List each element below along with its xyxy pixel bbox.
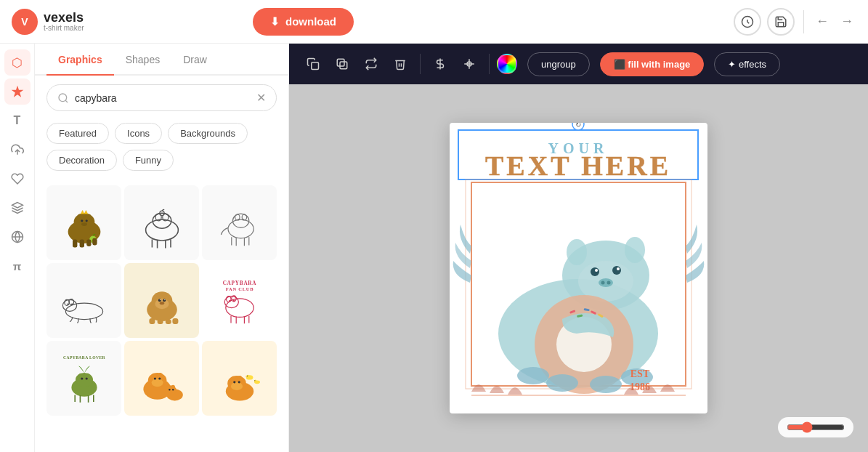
canvas-distribute-button[interactable]: [457, 52, 482, 76]
graphic-item[interactable]: CAPYBARA FAN CLUB: [202, 263, 277, 338]
sidebar-item-favorites[interactable]: [4, 166, 31, 192]
sidebar-item-upload[interactable]: [4, 137, 31, 163]
graphic-item[interactable]: [46, 185, 121, 260]
svg-point-105: [246, 374, 249, 377]
svg-point-46: [71, 303, 73, 304]
color-wheel-button[interactable]: [497, 54, 517, 74]
graphic-item[interactable]: [124, 185, 199, 260]
svg-point-90: [158, 377, 161, 379]
canvas-workspace: ↻ YOUR TEXT HERE: [289, 84, 868, 452]
graphic-item[interactable]: [46, 263, 121, 338]
svg-text:CAPYBARA LOVER: CAPYBARA LOVER: [63, 355, 106, 359]
canvas-duplicate-button[interactable]: [330, 52, 354, 76]
undo-button[interactable]: ←: [813, 11, 832, 32]
app-name: vexels: [44, 11, 84, 24]
app-subtitle: t-shirt maker: [44, 24, 84, 32]
svg-point-13: [81, 222, 87, 226]
graphic-item[interactable]: CAPYBARA LOVER: [46, 341, 121, 416]
redo-button[interactable]: →: [837, 11, 856, 32]
zoom-slider-container: [778, 417, 853, 437]
sidebar-item-layers[interactable]: [4, 195, 31, 221]
svg-point-68: [232, 299, 234, 301]
sidebar-item-shapes[interactable]: ⬡: [4, 49, 31, 76]
svg-point-36: [242, 219, 243, 220]
svg-point-101: [231, 382, 243, 390]
svg-point-96: [172, 389, 174, 390]
svg-point-11: [81, 219, 83, 222]
main-layout: ⬡ T π Graphics Shapes Draw: [0, 44, 868, 452]
tab-graphics[interactable]: Graphics: [46, 44, 114, 76]
svg-point-35: [238, 219, 239, 220]
filter-funny[interactable]: Funny: [123, 150, 174, 171]
sidebar-item-graphics[interactable]: [4, 78, 31, 105]
svg-point-52: [158, 299, 161, 302]
svg-point-145: [590, 376, 622, 393]
search-box: ✕: [46, 84, 277, 111]
icon-sidebar: ⬡ T π: [0, 44, 35, 452]
svg-text:CAPYBARA: CAPYBARA: [222, 280, 256, 286]
svg-text:FAN CLUB: FAN CLUB: [225, 286, 253, 291]
save-icon-button[interactable]: [767, 8, 795, 36]
filter-featured[interactable]: Featured: [46, 123, 109, 144]
download-button[interactable]: ⬇ download: [253, 8, 354, 36]
svg-point-127: [625, 237, 645, 263]
fill-icon: ⬛: [614, 59, 628, 70]
svg-point-78: [81, 377, 83, 379]
search-icon: [57, 92, 69, 104]
svg-point-56: [159, 302, 163, 304]
svg-text:EST: EST: [630, 368, 650, 379]
filter-icons[interactable]: Icons: [115, 123, 162, 144]
svg-point-24: [158, 219, 160, 220]
canvas-copy-button[interactable]: [301, 52, 325, 76]
svg-point-12: [85, 219, 87, 222]
svg-point-55: [164, 299, 165, 299]
sidebar-item-globe[interactable]: [4, 224, 31, 250]
search-clear-button[interactable]: ✕: [256, 91, 266, 105]
svg-point-135: [607, 281, 611, 285]
canvas-toolbar: ungroup ⬛ fill with image ✦ effects: [289, 44, 868, 84]
svg-rect-16: [73, 239, 77, 247]
effects-icon: ✦: [728, 59, 739, 70]
svg-rect-111: [340, 62, 347, 69]
svg-point-5: [59, 94, 67, 102]
search-input[interactable]: [75, 92, 251, 104]
svg-point-31: [228, 219, 253, 238]
zoom-slider[interactable]: [787, 421, 845, 433]
canvas-delete-button[interactable]: [388, 52, 413, 76]
graphic-item[interactable]: [202, 185, 277, 260]
toolbar-divider-1: [420, 54, 421, 74]
svg-rect-19: [92, 238, 97, 245]
effects-button[interactable]: ✦ effects: [714, 52, 780, 76]
svg-rect-59: [165, 319, 171, 323]
graphics-grid: CAPYBARA FAN CLUB: [46, 185, 277, 416]
graphic-item[interactable]: [202, 341, 277, 416]
tab-shapes[interactable]: Shapes: [114, 44, 171, 76]
ungroup-button[interactable]: ungroup: [527, 52, 590, 76]
svg-point-25: [163, 219, 165, 220]
sidebar-item-text[interactable]: T: [4, 108, 31, 134]
graphic-item[interactable]: [124, 341, 199, 416]
svg-point-45: [67, 303, 68, 304]
publish-icon-button[interactable]: [734, 8, 761, 36]
logo-icon: V: [12, 9, 38, 35]
svg-marker-2: [12, 203, 23, 209]
svg-point-54: [159, 299, 160, 299]
toolbar-divider-2: [489, 54, 490, 74]
canvas-align-center-button[interactable]: [428, 52, 453, 76]
canvas-flip-button[interactable]: [359, 52, 384, 76]
svg-point-133: [599, 278, 613, 287]
graphic-item[interactable]: [124, 263, 199, 338]
sidebar-item-math[interactable]: π: [4, 253, 31, 279]
svg-point-20: [145, 219, 178, 241]
tab-bar: Graphics Shapes Draw: [35, 44, 288, 76]
svg-point-109: [254, 380, 255, 381]
svg-rect-58: [157, 319, 163, 323]
filter-decoration[interactable]: Decoration: [46, 150, 117, 171]
fill-with-image-button[interactable]: ⬛ fill with image: [600, 52, 705, 76]
svg-point-53: [163, 299, 166, 302]
svg-point-134: [601, 281, 605, 285]
filter-backgrounds[interactable]: Backgrounds: [168, 123, 248, 144]
svg-point-8: [73, 213, 94, 230]
tab-draw[interactable]: Draw: [171, 44, 219, 76]
svg-rect-112: [337, 59, 344, 66]
